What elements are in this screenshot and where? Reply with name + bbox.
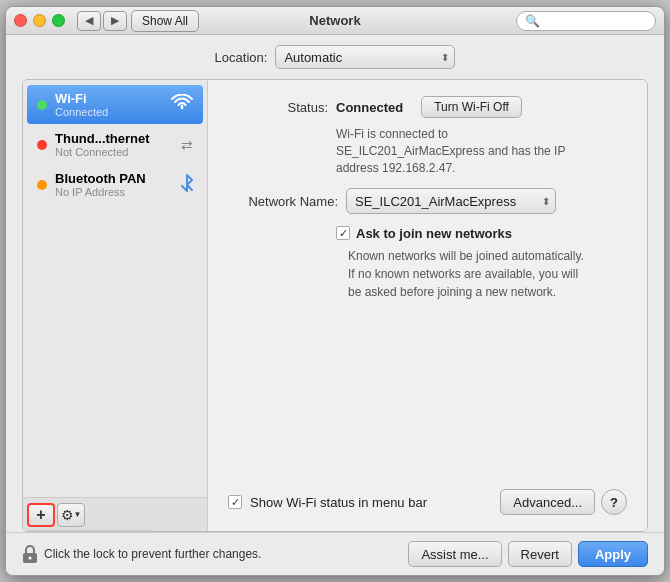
network-name-row: Network Name: SE_ILC201_AirMacExpress ⬍	[228, 188, 627, 214]
ask-join-desc: Known networks will be joined automatica…	[348, 247, 627, 301]
lock-icon[interactable]	[22, 545, 38, 563]
wifi-status-dot	[37, 100, 47, 110]
bluetooth-item-status: No IP Address	[55, 186, 173, 198]
sidebar-toolbar: + ⚙ ▼	[23, 497, 207, 531]
network-select-wrapper: SE_ILC201_AirMacExpress ⬍	[346, 188, 556, 214]
ask-join-row: ✓ Ask to join new networks	[336, 226, 627, 241]
show-wifi-checkbox[interactable]: ✓	[228, 495, 242, 509]
bluetooth-icon	[181, 174, 193, 196]
main-area: Wi-Fi Connected	[22, 79, 648, 532]
ethernet-item-name: Thund...thernet	[55, 131, 173, 146]
traffic-lights	[14, 14, 65, 27]
maximize-button[interactable]	[52, 14, 65, 27]
ethernet-status-dot	[37, 140, 47, 150]
status-label: Status:	[228, 100, 328, 115]
forward-button[interactable]: ▶	[103, 11, 127, 31]
assist-button[interactable]: Assist me...	[408, 541, 501, 567]
advanced-button[interactable]: Advanced...	[500, 489, 595, 515]
sidebar-item-bluetooth[interactable]: Bluetooth PAN No IP Address	[27, 165, 203, 204]
window-title: Network	[309, 13, 360, 28]
add-service-button[interactable]: +	[27, 503, 55, 527]
sidebar-item-wifi[interactable]: Wi-Fi Connected	[27, 85, 203, 124]
gear-dropdown-arrow: ▼	[74, 510, 82, 519]
content-area: Location: Automatic Edit Locations... ⬍	[6, 35, 664, 532]
minimize-button[interactable]	[33, 14, 46, 27]
bluetooth-status-dot	[37, 180, 47, 190]
help-button[interactable]: ?	[601, 489, 627, 515]
wifi-item-name: Wi-Fi	[55, 91, 163, 106]
svg-point-1	[29, 557, 32, 560]
detail-panel: Status: Connected Turn Wi-Fi Off Wi-Fi i…	[208, 80, 647, 531]
search-box[interactable]: 🔍	[516, 11, 656, 31]
sidebar-item-ethernet[interactable]: Thund...thernet Not Connected ⇄	[27, 125, 203, 164]
ethernet-item-text: Thund...thernet Not Connected	[55, 131, 173, 158]
location-select[interactable]: Automatic Edit Locations...	[275, 45, 455, 69]
wifi-signal-icon	[171, 94, 193, 115]
show-wifi-row: ✓ Show Wi-Fi status in menu bar	[228, 495, 427, 510]
back-button[interactable]: ◀	[77, 11, 101, 31]
network-name-label: Network Name:	[228, 194, 338, 209]
apply-button[interactable]: Apply	[578, 541, 648, 567]
gear-icon: ⚙	[61, 507, 74, 523]
lock-label: Click the lock to prevent further change…	[44, 547, 261, 561]
show-wifi-label: Show Wi-Fi status in menu bar	[250, 495, 427, 510]
sidebar-list: Wi-Fi Connected	[23, 80, 207, 497]
network-name-select[interactable]: SE_ILC201_AirMacExpress	[346, 188, 556, 214]
ask-join-label: Ask to join new networks	[356, 226, 512, 241]
ask-join-checkbox[interactable]: ✓	[336, 226, 350, 240]
gear-button[interactable]: ⚙ ▼	[57, 503, 85, 527]
thunderbolt-icon: ⇄	[181, 137, 193, 153]
network-window: ◀ ▶ Show All Network 🔍 Location: Automat…	[5, 6, 665, 576]
status-row: Status: Connected Turn Wi-Fi Off	[228, 96, 627, 118]
lock-row: Click the lock to prevent further change…	[22, 545, 402, 563]
location-row: Location: Automatic Edit Locations... ⬍	[22, 45, 648, 69]
location-label: Location:	[215, 50, 268, 65]
bluetooth-item-name: Bluetooth PAN	[55, 171, 173, 186]
show-all-button[interactable]: Show All	[131, 10, 199, 32]
sidebar: Wi-Fi Connected	[23, 80, 208, 531]
ethernet-item-status: Not Connected	[55, 146, 173, 158]
sidebar-toolbar-wrap: + ⚙ ▼ Create a new service	[23, 497, 207, 531]
search-icon: 🔍	[525, 14, 540, 28]
wifi-bottom-right: Advanced... ?	[500, 489, 627, 515]
status-info: Wi-Fi is connected toSE_ILC201_AirMacExp…	[336, 126, 627, 176]
titlebar: ◀ ▶ Show All Network 🔍	[6, 7, 664, 35]
revert-button[interactable]: Revert	[508, 541, 572, 567]
turn-wifi-button[interactable]: Turn Wi-Fi Off	[421, 96, 522, 118]
location-select-wrapper: Automatic Edit Locations... ⬍	[275, 45, 455, 69]
close-button[interactable]	[14, 14, 27, 27]
bluetooth-item-text: Bluetooth PAN No IP Address	[55, 171, 173, 198]
detail-spacer	[228, 311, 627, 479]
wifi-bottom-row: ✓ Show Wi-Fi status in menu bar Advanced…	[228, 479, 627, 515]
bottom-bar: Click the lock to prevent further change…	[6, 532, 664, 575]
wifi-item-text: Wi-Fi Connected	[55, 91, 163, 118]
nav-buttons: ◀ ▶	[77, 11, 127, 31]
wifi-item-status: Connected	[55, 106, 163, 118]
status-value: Connected	[336, 100, 403, 115]
